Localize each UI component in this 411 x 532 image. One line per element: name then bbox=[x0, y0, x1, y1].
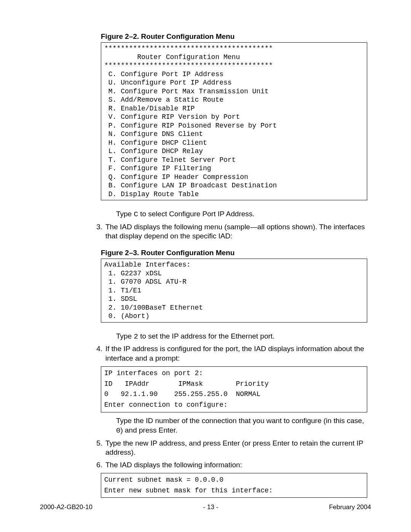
router-config-menu-box: ****************************************… bbox=[101, 42, 367, 200]
step-number: 4. bbox=[92, 344, 102, 354]
menu-item: T. Configure Telnet Server Port bbox=[104, 156, 236, 164]
text: Type bbox=[116, 210, 134, 218]
menu-item: F. Configure IP Filtering bbox=[104, 165, 211, 172]
code-key: 0 bbox=[116, 427, 120, 435]
menu-item: M. Configure Port Max Transmission Unit bbox=[104, 88, 269, 95]
menu-item: U. Unconfigure Port IP Address bbox=[104, 79, 232, 86]
instruction-type-id: Type the ID number of the connection tha… bbox=[116, 416, 367, 435]
text: ) and press Enter. bbox=[120, 426, 177, 434]
row: IP interfaces on port 2: bbox=[104, 369, 203, 377]
step-text: If the IP address is configured for the … bbox=[105, 344, 367, 363]
menu-item: 2. 10/100BaseT Ethernet bbox=[104, 304, 203, 312]
menu-item: L. Configure DHCP Relay bbox=[104, 147, 203, 155]
menu-item: 1. G7070 ADSL ATU-R bbox=[104, 278, 186, 286]
menu-item: H. Configure DHCP Client bbox=[104, 139, 207, 147]
menu-title: Router Configuration Menu bbox=[104, 53, 240, 61]
menu-item: N. Configure DNS Client bbox=[104, 130, 203, 138]
menu-item: D. Display Route Table bbox=[104, 190, 199, 198]
step-number: 3. bbox=[92, 222, 102, 232]
menu-item: R. Enable/Disable RIP bbox=[104, 105, 195, 112]
step-text: The IAD displays the following informati… bbox=[105, 460, 367, 470]
menu-item: B. Configure LAN IP Broadcast Destinatio… bbox=[104, 182, 277, 189]
menu-item: 1. SDSL bbox=[104, 295, 137, 303]
footer-doc-id: 2000-A2-GB20-10 bbox=[40, 503, 92, 511]
footer-page-number: - 13 - bbox=[203, 503, 218, 511]
text: to set the IP address for the Ethernet p… bbox=[138, 332, 275, 340]
menu-hr: ****************************************… bbox=[104, 45, 273, 52]
menu-hr: ****************************************… bbox=[104, 62, 273, 69]
row: ID IPAddr IPMask Priority bbox=[104, 380, 269, 388]
figure-2-2-caption: Figure 2–2. Router Configuration Menu bbox=[101, 32, 367, 41]
instruction-type-c: Type C to select Configure Port IP Addre… bbox=[116, 209, 367, 219]
menu-item: V. Configure RIP Version by Port bbox=[104, 113, 240, 121]
menu-item: C. Configure Port IP Address bbox=[104, 70, 223, 78]
text: Type the ID number of the connection tha… bbox=[116, 417, 364, 425]
instruction-type-2: Type 2 to set the IP address for the Eth… bbox=[116, 332, 367, 342]
page-footer: 2000-A2-GB20-10 - 13 - February 2004 bbox=[40, 503, 371, 511]
step-text: The IAD displays the following menu (sam… bbox=[105, 222, 367, 241]
menu-item: Q. Configure IP Header Compression bbox=[104, 173, 248, 181]
menu-item: S. Add/Remove a Static Route bbox=[104, 96, 223, 104]
step-text: Type the new IP address, and press Enter… bbox=[105, 439, 367, 457]
menu-item: 1. G2237 xDSL bbox=[104, 270, 162, 277]
step-number: 5. bbox=[92, 439, 102, 448]
menu-header: Available Interfaces: bbox=[104, 261, 191, 268]
ip-interfaces-box: IP interfaces on port 2: ID IPAddr IPMas… bbox=[101, 366, 367, 413]
code-key: 2 bbox=[134, 332, 138, 341]
subnet-mask-box: Current subnet mask = 0.0.0.0 Enter new … bbox=[101, 473, 367, 498]
row: Enter new subnet mask for this interface… bbox=[104, 487, 273, 494]
text: Type bbox=[116, 332, 134, 340]
step-number: 6. bbox=[92, 460, 102, 470]
row: 0 92.1.1.90 255.255.255.0 NORMAL bbox=[104, 390, 260, 398]
available-interfaces-box: Available Interfaces: 1. G2237 xDSL 1. G… bbox=[101, 259, 367, 323]
menu-item: 0. (Abort) bbox=[104, 312, 150, 320]
code-key: C bbox=[134, 210, 138, 219]
row: Current subnet mask = 0.0.0.0 bbox=[104, 476, 223, 484]
menu-item: 1. T1/E1 bbox=[104, 287, 141, 294]
menu-item: P. Configure RIP Poisoned Reverse by Por… bbox=[104, 122, 277, 129]
figure-2-3-caption: Figure 2–3. Router Configuration Menu bbox=[101, 249, 367, 257]
footer-date: February 2004 bbox=[329, 503, 371, 511]
text: to select Configure Port IP Address. bbox=[138, 210, 255, 218]
row: Enter connection to configure: bbox=[104, 401, 228, 409]
